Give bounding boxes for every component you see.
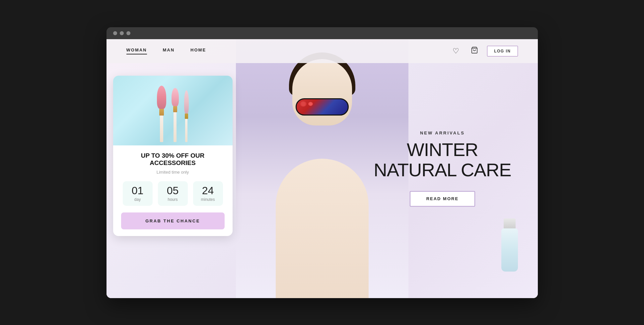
wishlist-button[interactable]: ♡ (450, 45, 462, 57)
read-more-button[interactable]: READ MORE (410, 191, 475, 206)
bag-icon (471, 46, 478, 56)
heart-icon: ♡ (453, 47, 459, 55)
promo-card: UP TO 30% OFF OUR ACCESSORIES Limited ti… (113, 76, 233, 236)
days-label: day (134, 197, 141, 202)
hours-label: hours (168, 197, 178, 202)
brush-head-large (157, 86, 166, 109)
countdown-hours: 05 hours (158, 181, 188, 206)
brush-large (157, 86, 166, 142)
brush-medium (172, 88, 179, 142)
nav-link-home[interactable]: HOME (190, 47, 206, 54)
minutes-label: minutes (201, 197, 215, 202)
hero-title: WINTER NATURAL CARE (374, 139, 511, 180)
countdown-days: 01 day (123, 181, 153, 206)
brush-handle-small (185, 119, 187, 142)
hero-text-block: NEW ARRIVALS WINTER NATURAL CARE READ MO… (374, 130, 511, 206)
hours-value: 05 (167, 185, 179, 196)
promo-limited-text: Limited time only (121, 170, 225, 175)
bottle-cap (504, 218, 516, 228)
bottle-body (501, 228, 518, 272)
nav-link-woman[interactable]: WOMAN (126, 47, 147, 54)
login-button[interactable]: LOG IN (487, 46, 518, 56)
browser-chrome (107, 27, 538, 39)
promo-image (113, 76, 233, 145)
minutes-value: 24 (202, 185, 214, 196)
bag-button[interactable] (468, 45, 480, 57)
promo-discount-title: UP TO 30% OFF OUR ACCESSORIES (121, 152, 225, 167)
model-eye-mask (296, 98, 349, 116)
brush-small (184, 90, 189, 142)
brush-head-medium (172, 88, 179, 106)
hero-subtitle: NEW ARRIVALS (374, 130, 511, 135)
model-head (292, 59, 352, 125)
browser-content: WOMAN MAN HOME ♡ LOG IN (107, 39, 538, 298)
brush-ferrule-small (185, 114, 188, 119)
countdown-minutes: 24 minutes (193, 181, 223, 206)
browser-dot-green (126, 31, 130, 35)
grab-chance-button[interactable]: GRAB THE CHANCE (121, 212, 225, 229)
browser-dot-yellow (120, 31, 124, 35)
brush-handle-medium (174, 112, 177, 142)
product-bottle (501, 218, 518, 272)
browser-frame: WOMAN MAN HOME ♡ LOG IN (107, 27, 538, 298)
nav-links: WOMAN MAN HOME (126, 47, 450, 54)
browser-dot-red (113, 31, 117, 35)
navbar: WOMAN MAN HOME ♡ LOG IN (107, 39, 538, 63)
countdown-timer: 01 day 05 hours 24 minutes (121, 181, 225, 206)
brush-ferrule-medium (173, 106, 177, 112)
brush-ferrule-large (159, 109, 164, 116)
days-value: 01 (132, 185, 144, 196)
brush-head-small (184, 90, 189, 114)
nav-link-man[interactable]: MAN (163, 47, 175, 54)
brush-handle-large (160, 116, 163, 142)
nav-icons: ♡ LOG IN (450, 45, 518, 57)
model-body (276, 159, 369, 298)
promo-body: UP TO 30% OFF OUR ACCESSORIES Limited ti… (113, 145, 233, 206)
